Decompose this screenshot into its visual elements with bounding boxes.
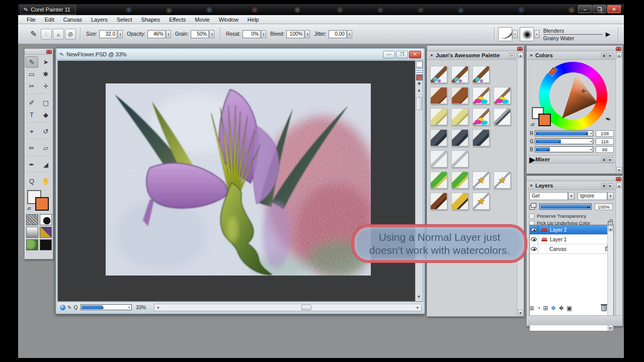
field-spinner-icon[interactable]: ▴▾ (118, 30, 123, 38)
zoom-slider[interactable]: ◂ ▲ ▸ (80, 304, 132, 310)
magic-wand-tool[interactable]: ✱ (39, 68, 52, 80)
airbrush-brush-icon[interactable] (451, 129, 468, 146)
custom-palette-header[interactable]: ▼ Juan's Awesome Palette ✕ (428, 51, 517, 60)
layers-options-icon[interactable]: ▣ (601, 183, 607, 189)
slider-left-arrow-icon[interactable]: ◂ (536, 139, 537, 144)
eye-icon[interactable] (531, 228, 537, 232)
menu-file[interactable]: File (22, 16, 40, 24)
scroll-down-icon[interactable]: ▼ (518, 310, 523, 315)
slider-right-arrow-icon[interactable]: ▸ (591, 131, 592, 136)
cloner-tool[interactable]: ✏ (25, 142, 38, 154)
rotate-page-tool[interactable]: ↺ (39, 126, 52, 137)
brush-dab-preview[interactable] (520, 27, 534, 41)
dab-preview-arrow[interactable]: ▾ (534, 30, 539, 38)
new-layer-mask-icon[interactable]: ▣ (567, 305, 572, 312)
scroll-left-icon[interactable]: ◂ (154, 304, 161, 311)
document-titlebar[interactable]: ✎ NewFlower.PSD @ 33% — ❐ ✕ (57, 49, 423, 60)
scroll-up-icon[interactable]: ▲ (616, 183, 622, 188)
channel-thumb[interactable]: ▲ (546, 148, 550, 151)
new-watercolor-layer-icon[interactable]: ❖ (550, 305, 556, 312)
layer-opacity-slider[interactable]: ◂ ▸ ▲ (539, 204, 592, 210)
menu-help[interactable]: Help (243, 16, 264, 24)
blender-brush-icon[interactable] (451, 66, 468, 83)
colors-close-icon[interactable]: ✕ (616, 47, 621, 51)
rect-shape-tool[interactable]: ▢ (39, 97, 52, 109)
grabber-tool[interactable]: ✋ (39, 175, 52, 187)
star-brush-icon[interactable]: ★ (494, 171, 511, 189)
channel-slider[interactable]: ◂▸▲ (535, 138, 593, 144)
zoom-slider-thumb[interactable]: ▲ (101, 305, 105, 310)
slider-left-arrow-icon[interactable]: ◂ (536, 131, 537, 136)
composite-depth-select[interactable]: Ignore (578, 192, 607, 200)
layers-drag-strip[interactable]: ✕ (527, 176, 622, 182)
expand-triangle-icon[interactable]: ▶ (529, 155, 535, 164)
pattern-swatch[interactable] (40, 214, 52, 225)
canvas-area[interactable]: ✱ ▲ ▼ (57, 60, 423, 302)
maximize-button[interactable]: ❐ (593, 5, 606, 13)
brush-tool[interactable]: ✎ (25, 56, 38, 68)
main-color-swatch[interactable] (538, 114, 551, 126)
layer-adjuster-tool[interactable]: ➤ (39, 56, 52, 68)
pattern2-swatch[interactable] (40, 227, 52, 238)
channel-slider[interactable]: ◂▸▲ (535, 146, 593, 152)
stroke-preview-button[interactable]: ▵ (53, 29, 64, 40)
crop-tool[interactable]: ✂ (25, 80, 38, 92)
color-cursor-icon[interactable]: ✛ (581, 88, 586, 95)
field-spinner-icon[interactable]: ▴▾ (305, 30, 310, 38)
field-value[interactable]: 32.0 (99, 30, 117, 38)
rectangular-select-tool[interactable]: ▭ (25, 68, 38, 80)
toolbar-grip[interactable] (21, 28, 25, 41)
menu-effects[interactable]: Effects (165, 16, 190, 24)
menu-canvas[interactable]: Canvas (59, 16, 87, 24)
channel-thumb[interactable]: ▲ (585, 132, 588, 135)
marker-brush-icon[interactable] (451, 171, 468, 189)
palette-scrollbar[interactable]: ▲ ▼ (517, 52, 523, 316)
canvas-vertical-scrollbar[interactable]: ✱ ▲ ▼ (415, 61, 423, 301)
pencil-brush-icon[interactable] (451, 193, 468, 210)
colors-flyout-icon[interactable]: ▶ (608, 53, 613, 58)
composite-method-select[interactable]: Gel (529, 192, 568, 200)
field-spinner-icon[interactable]: ▴▾ (261, 30, 266, 38)
palette-brush-icon[interactable] (494, 87, 511, 104)
doc-restore-button[interactable]: ❐ (396, 51, 408, 58)
eraser-tool[interactable]: ▱ (39, 142, 52, 154)
selection-adjuster-tool[interactable]: ✛ (39, 80, 52, 92)
star-brush-icon[interactable]: ★ (472, 171, 490, 189)
magnifier-icon[interactable]: Q (73, 305, 77, 310)
collapse-triangle-icon[interactable]: ▼ (430, 53, 434, 58)
scroll-down-icon[interactable]: ▼ (416, 294, 422, 300)
slider-right-arrow-icon[interactable]: ▸ (591, 139, 592, 144)
field-spinner-icon[interactable]: ▴▾ (166, 30, 171, 38)
vertical-scroll-thumb[interactable] (416, 97, 422, 110)
field-value[interactable]: 46% (147, 30, 166, 38)
new-liquid-ink-layer-icon[interactable]: ❖ (558, 305, 564, 312)
channel-value[interactable]: 66 (596, 146, 614, 153)
layer-row-layer-1[interactable]: Layer 1 (530, 235, 613, 244)
tracing-paper-icon[interactable] (416, 68, 423, 74)
composite-method-arrow-icon[interactable]: ▼ (568, 192, 575, 200)
zoom-in-icon[interactable]: ▸ (127, 305, 131, 310)
brushy-brush-icon[interactable] (430, 193, 447, 210)
slider-left-arrow-icon[interactable]: ◂ (536, 147, 537, 152)
colors-options-icon[interactable]: ▣ (601, 53, 607, 58)
dab-preview-button[interactable]: ◌ (41, 29, 52, 40)
scroll-up-icon[interactable]: ▲ (518, 52, 523, 58)
collapse-triangle-icon[interactable]: ▼ (529, 53, 533, 58)
star-brush-icon[interactable]: ★ (472, 193, 490, 210)
menu-layers[interactable]: Layers (87, 16, 112, 24)
brush-stroke-preview[interactable] (498, 27, 512, 41)
canvas-horizontal-scrollbar[interactable]: ◂ ▸ (154, 304, 422, 311)
brush-variant[interactable]: Grainy Water (543, 35, 603, 41)
paper-swatch[interactable] (26, 214, 38, 225)
visibility-cell[interactable] (530, 235, 538, 244)
palette-close-mini-icon[interactable]: ✕ (509, 53, 515, 58)
colors-drag-strip[interactable]: ✕ (527, 46, 622, 51)
paint-bucket-tool[interactable]: ◢ (39, 159, 52, 170)
layer-row-layer-2[interactable]: Layer 2 (530, 225, 613, 235)
impasto-icon[interactable]: ✱ (416, 81, 423, 87)
menu-shapes[interactable]: Shapes (137, 16, 165, 24)
layers-scrollbar[interactable]: ▲ ▼ (615, 182, 622, 325)
page-icon[interactable] (416, 61, 423, 67)
text-tool[interactable]: T (25, 109, 38, 121)
liner-brush-icon[interactable] (430, 150, 447, 167)
